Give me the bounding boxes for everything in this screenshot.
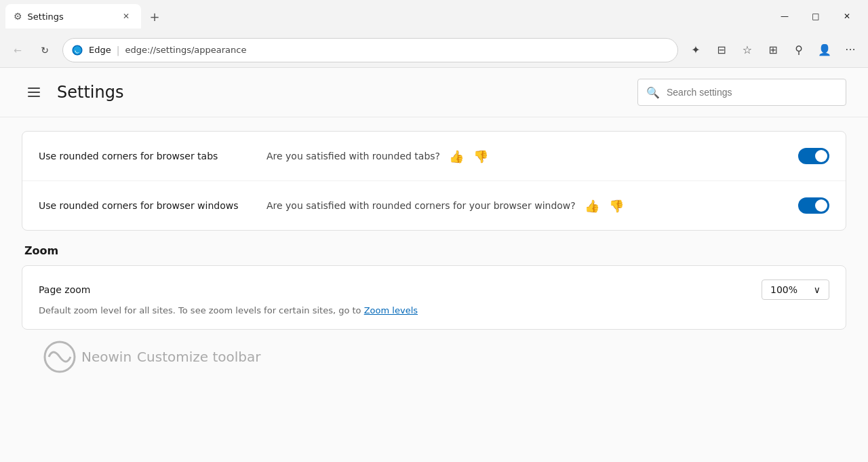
page-zoom-label: Page zoom — [39, 284, 90, 295]
title-bar: ⚙ Settings ✕ + — □ ✕ — [0, 0, 868, 33]
star-icon: ✦ — [691, 43, 700, 56]
settings-header-left: Settings — [22, 80, 123, 104]
rounded-tabs-row: Use rounded corners for browser tabs Are… — [22, 132, 846, 181]
settings-header: Settings 🔍 — [0, 68, 868, 117]
zoom-section-title: Zoom — [22, 244, 846, 257]
rounded-tabs-feedback-icons: 👍 👎 — [446, 145, 492, 167]
favorites-icon: ☆ — [743, 43, 752, 56]
chevron-down-icon: ∨ — [814, 284, 821, 295]
rounded-windows-row: Use rounded corners for browser windows … — [22, 181, 846, 230]
rounded-windows-thumbs-down-button[interactable]: 👎 — [606, 195, 627, 216]
hamburger-line-2 — [28, 92, 40, 93]
collections-icon: ⊞ — [768, 43, 777, 56]
rounded-windows-feedback-text: Are you satisfied with rounded corners f… — [267, 200, 576, 211]
zoom-description: Default zoom level for all sites. To see… — [39, 305, 829, 315]
hamburger-line-3 — [28, 96, 40, 97]
thumbs-up-icon: 👍 — [585, 199, 599, 213]
rounded-windows-feedback-icons: 👍 👎 — [581, 195, 627, 216]
favorites-star-button[interactable]: ✦ — [684, 38, 708, 62]
tab-close-button[interactable]: ✕ — [119, 9, 133, 23]
zoom-section: Zoom Page zoom 100% ∨ Default zoom level… — [22, 244, 846, 330]
sidebar-toggle-button[interactable] — [22, 80, 46, 104]
rounded-windows-toggle-track — [798, 197, 829, 214]
zoom-value: 100% — [770, 284, 797, 295]
settings-tab[interactable]: ⚙ Settings ✕ — [5, 4, 141, 28]
search-settings-input[interactable] — [667, 87, 837, 98]
address-brand: Edge — [89, 45, 111, 55]
rounded-tabs-thumbs-up-button[interactable]: 👍 — [446, 145, 467, 167]
more-tools-button[interactable]: ··· — [838, 38, 863, 62]
zoom-row: Page zoom 100% ∨ — [39, 280, 829, 300]
browser-toolbar-icons: ✦ ⊟ ☆ ⊞ ⚲ 👤 ··· — [684, 38, 863, 62]
maximize-button[interactable]: □ — [800, 5, 831, 27]
rounded-tabs-toggle[interactable] — [798, 148, 829, 164]
rounded-windows-toggle-thumb — [815, 199, 827, 212]
zoom-levels-link[interactable]: Zoom levels — [364, 305, 418, 315]
back-icon: ← — [14, 45, 22, 56]
address-url: edge://settings/appearance — [125, 45, 669, 55]
close-button[interactable]: ✕ — [831, 5, 863, 27]
refresh-button[interactable]: ↻ — [33, 38, 57, 62]
profile-icon: ⚲ — [795, 43, 803, 56]
split-screen-icon: ⊟ — [717, 43, 726, 56]
window-controls: — □ ✕ — [769, 5, 863, 27]
refresh-icon: ↻ — [41, 45, 49, 56]
rounded-windows-label: Use rounded corners for browser windows — [39, 200, 256, 211]
rounded-tabs-toggle-thumb — [815, 150, 827, 162]
more-icon: ··· — [845, 43, 855, 56]
rounded-tabs-toggle-track — [798, 148, 829, 164]
address-separator: | — [117, 45, 120, 56]
thumbs-up-icon: 👍 — [449, 149, 464, 163]
rounded-windows-toggle[interactable] — [798, 197, 829, 214]
settings-content: Use rounded corners for browser tabs Are… — [0, 117, 868, 398]
rounded-windows-thumbs-up-button[interactable]: 👍 — [581, 195, 603, 216]
navigation-bar: ← ↻ Edge | edge://settings/appearance ✦ … — [0, 33, 868, 68]
thumbs-down-icon: 👎 — [609, 199, 624, 213]
profile-button[interactable]: ⚲ — [787, 38, 811, 62]
edge-logo-icon — [71, 44, 83, 56]
neowin-logo-icon — [43, 341, 76, 373]
main-content: Settings 🔍 Use rounded corners for brows… — [0, 68, 868, 462]
favorites-button[interactable]: ☆ — [735, 38, 760, 62]
watermark: Neowin Customize toolbar — [22, 330, 846, 384]
settings-page: Settings 🔍 Use rounded corners for brows… — [0, 68, 868, 462]
settings-tab-icon: ⚙ — [14, 11, 22, 22]
address-bar[interactable]: Edge | edge://settings/appearance — [62, 38, 678, 62]
thumbs-down-icon: 👎 — [473, 149, 488, 163]
search-settings-box[interactable]: 🔍 — [637, 79, 846, 106]
account-icon: 👤 — [818, 43, 831, 56]
tab-area: ⚙ Settings ✕ + — [5, 4, 766, 28]
zoom-card: Page zoom 100% ∨ Default zoom level for … — [22, 265, 846, 330]
new-tab-button[interactable]: + — [144, 5, 165, 27]
collections-button[interactable]: ⊞ — [761, 38, 785, 62]
rounded-corners-card: Use rounded corners for browser tabs Are… — [22, 131, 846, 231]
hamburger-line-1 — [28, 88, 40, 89]
customize-toolbar-text: Customize toolbar — [137, 349, 260, 365]
back-button[interactable]: ← — [5, 38, 30, 62]
split-screen-button[interactable]: ⊟ — [709, 38, 734, 62]
rounded-tabs-label: Use rounded corners for browser tabs — [39, 151, 256, 161]
zoom-description-pre: Default zoom level for all sites. To see… — [39, 305, 361, 315]
page-title: Settings — [57, 83, 123, 102]
search-icon: 🔍 — [646, 86, 660, 99]
rounded-tabs-feedback-text: Are you satisfied with rounded tabs? — [267, 151, 440, 161]
minimize-button[interactable]: — — [769, 5, 800, 27]
account-button[interactable]: 👤 — [812, 38, 837, 62]
brand-name: Neowin — [81, 349, 132, 365]
rounded-tabs-thumbs-down-button[interactable]: 👎 — [470, 145, 492, 167]
rounded-windows-feedback: Are you satisfied with rounded corners f… — [267, 195, 787, 216]
settings-tab-title: Settings — [28, 12, 114, 22]
rounded-tabs-feedback: Are you satisfied with rounded tabs? 👍 👎 — [267, 145, 787, 167]
page-zoom-select[interactable]: 100% ∨ — [762, 280, 829, 300]
